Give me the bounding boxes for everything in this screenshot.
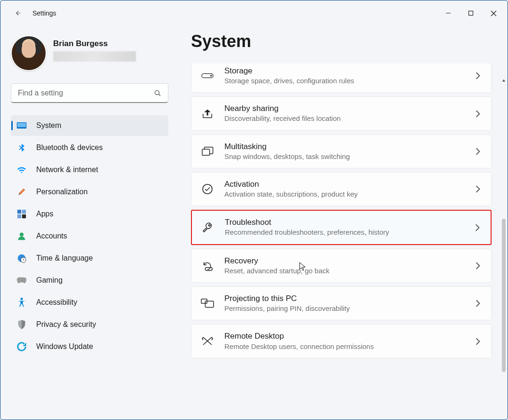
card-title: Troubleshoot <box>225 217 464 228</box>
maximize-icon <box>468 10 474 16</box>
chevron-right-icon <box>475 337 481 346</box>
close-icon <box>491 10 497 16</box>
nav-item-apps[interactable]: Apps <box>11 204 168 224</box>
card-storage[interactable]: Storage Storage space, drives, configura… <box>191 63 492 93</box>
card-sub: Storage space, drives, configuration rul… <box>224 76 465 86</box>
card-sub: Recommended troubleshooters, preferences… <box>225 228 464 237</box>
nav-item-personalization[interactable]: Personalization <box>11 182 168 202</box>
card-nearby-sharing[interactable]: Nearby sharing Discoverability, received… <box>191 96 492 130</box>
card-projecting[interactable]: Projecting to this PC Permissions, pairi… <box>191 286 492 320</box>
close-button[interactable] <box>482 6 505 21</box>
nav-item-accessibility[interactable]: Accessibility <box>11 292 168 313</box>
card-title: Remote Desktop <box>224 331 465 341</box>
card-sub: Permissions, pairing PIN, discoverabilit… <box>224 304 465 313</box>
update-icon <box>16 341 27 352</box>
nav-label: Apps <box>36 210 53 218</box>
sidebar: Brian Burgess System Bluetooth & devices… <box>0 26 177 420</box>
nav-label: Accounts <box>36 232 67 240</box>
nav-item-system[interactable]: System <box>11 115 168 136</box>
nav-item-time-language[interactable]: Time & language <box>11 248 168 269</box>
nav-label: Windows Update <box>36 342 93 351</box>
apps-icon <box>16 209 27 219</box>
svg-rect-7 <box>22 214 26 218</box>
nav-item-windows-update[interactable]: Windows Update <box>11 336 168 357</box>
minimize-icon <box>445 10 451 16</box>
maximize-button[interactable] <box>460 6 482 21</box>
card-multitasking[interactable]: Multitasking Snap windows, desktops, tas… <box>191 135 492 168</box>
chevron-right-icon <box>475 223 480 232</box>
windows-stack-icon <box>201 145 214 158</box>
chevron-right-icon <box>475 71 481 80</box>
app-title: Settings <box>32 9 56 17</box>
card-title: Nearby sharing <box>224 103 465 114</box>
scrollbar[interactable] <box>502 87 506 413</box>
nav-label: System <box>36 121 61 130</box>
wrench-icon <box>201 221 214 234</box>
bluetooth-icon <box>16 143 27 153</box>
nav-label: Gaming <box>36 276 63 285</box>
card-title: Activation <box>224 179 465 190</box>
svg-rect-0 <box>469 11 473 16</box>
nav-item-bluetooth[interactable]: Bluetooth & devices <box>11 137 168 158</box>
svg-rect-4 <box>17 210 21 214</box>
nav-item-network[interactable]: Network & internet <box>11 159 168 180</box>
back-button[interactable] <box>10 6 25 21</box>
card-title: Projecting to this PC <box>224 293 465 304</box>
settings-list: Storage Storage space, drives, configura… <box>191 63 492 420</box>
minimize-button[interactable] <box>437 6 460 21</box>
nav-item-gaming[interactable]: Gaming <box>11 270 168 291</box>
chevron-right-icon <box>475 262 481 270</box>
share-icon <box>201 107 214 120</box>
page-title: System <box>191 32 508 51</box>
card-title: Recovery <box>224 256 465 266</box>
nav-label: Time & language <box>36 254 93 262</box>
chevron-right-icon <box>475 147 481 156</box>
check-circle-icon <box>201 182 214 196</box>
nav-label: Accessibility <box>36 298 77 307</box>
card-sub: Discoverability, received files location <box>224 114 465 123</box>
card-sub: Snap windows, desktops, task switching <box>224 152 465 161</box>
storage-icon <box>201 69 214 82</box>
card-activation[interactable]: Activation Activation state, subscriptio… <box>191 172 492 206</box>
title-bar: Settings <box>0 0 508 26</box>
svg-point-13 <box>211 75 212 76</box>
system-icon <box>16 120 27 131</box>
svg-point-15 <box>203 184 212 194</box>
nav-list: System Bluetooth & devices Network & int… <box>11 115 168 357</box>
wifi-icon <box>16 165 27 175</box>
scroll-up-icon[interactable] <box>502 79 506 82</box>
svg-rect-17 <box>205 301 214 308</box>
svg-point-11 <box>21 298 23 300</box>
card-sub: Remote Desktop users, connection permiss… <box>224 342 465 351</box>
svg-point-8 <box>20 233 24 237</box>
search-icon <box>153 89 162 97</box>
card-recovery[interactable]: Recovery Reset, advanced startup, go bac… <box>191 249 492 283</box>
card-remote-desktop[interactable]: Remote Desktop Remote Desktop users, con… <box>191 324 492 358</box>
profile-block[interactable]: Brian Burgess <box>11 35 168 71</box>
nav-label: Personalization <box>36 188 87 196</box>
svg-rect-3 <box>17 123 26 127</box>
paintbrush-icon <box>16 187 27 197</box>
card-troubleshoot[interactable]: Troubleshoot Recommended troubleshooters… <box>191 210 492 245</box>
person-icon <box>16 231 27 241</box>
nav-item-accounts[interactable]: Accounts <box>11 226 168 246</box>
search-box[interactable] <box>11 83 168 103</box>
scrollbar-thumb[interactable] <box>502 219 506 372</box>
chevron-right-icon <box>475 299 481 308</box>
card-title: Multitasking <box>224 142 465 152</box>
nav-item-privacy[interactable]: Privacy & security <box>11 314 168 335</box>
nav-label: Privacy & security <box>36 320 96 329</box>
search-input[interactable] <box>11 83 168 103</box>
card-sub: Activation state, subscriptions, product… <box>224 190 465 199</box>
accessibility-icon <box>16 297 27 308</box>
card-sub: Reset, advanced startup, go back <box>224 266 465 276</box>
svg-point-1 <box>155 90 159 95</box>
user-name: Brian Burgess <box>53 35 136 48</box>
svg-rect-6 <box>17 214 21 218</box>
chevron-right-icon <box>475 185 481 193</box>
avatar <box>11 35 47 71</box>
nav-label: Network & internet <box>36 166 98 174</box>
remote-desktop-icon <box>201 335 214 348</box>
user-email-redacted <box>53 51 136 62</box>
back-arrow-icon <box>13 9 22 17</box>
